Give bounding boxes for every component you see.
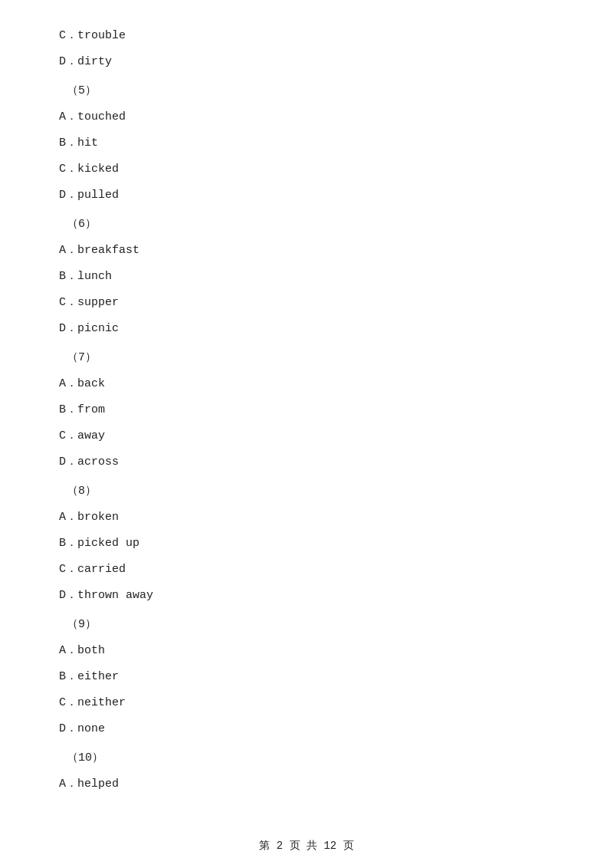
- option-item: B．picked up: [59, 531, 554, 557]
- option-item: A．breakfast: [59, 238, 554, 264]
- option-item: B．lunch: [59, 264, 554, 290]
- option-item: D．dirty: [59, 49, 554, 75]
- option-item: C．away: [59, 423, 554, 449]
- option-item: C．kicked: [59, 156, 554, 182]
- question-label: （5）: [59, 78, 554, 104]
- option-item: D．thrown away: [59, 583, 554, 609]
- question-label: （9）: [59, 612, 554, 638]
- option-item: D．picnic: [59, 316, 554, 342]
- option-item: B．either: [59, 664, 554, 690]
- option-item: A．broken: [59, 505, 554, 531]
- page-footer: 第 2 页 共 12 页: [0, 839, 613, 853]
- option-item: B．hit: [59, 130, 554, 156]
- option-item: C．neither: [59, 690, 554, 716]
- option-item: A．touched: [59, 104, 554, 130]
- option-item: D．across: [59, 449, 554, 475]
- option-item: A．back: [59, 371, 554, 397]
- question-label: （6）: [59, 212, 554, 238]
- option-item: C．trouble: [59, 23, 554, 49]
- option-item: A．helped: [59, 771, 554, 797]
- option-item: C．supper: [59, 290, 554, 316]
- question-label: （8）: [59, 478, 554, 505]
- option-item: D．none: [59, 716, 554, 742]
- option-item: C．carried: [59, 557, 554, 583]
- option-item: B．from: [59, 397, 554, 423]
- main-content: C．troubleD．dirty（5）A．touchedB．hitC．kicke…: [0, 0, 613, 843]
- option-item: D．pulled: [59, 182, 554, 209]
- option-item: A．both: [59, 638, 554, 664]
- question-label: （10）: [59, 745, 554, 771]
- question-label: （7）: [59, 345, 554, 371]
